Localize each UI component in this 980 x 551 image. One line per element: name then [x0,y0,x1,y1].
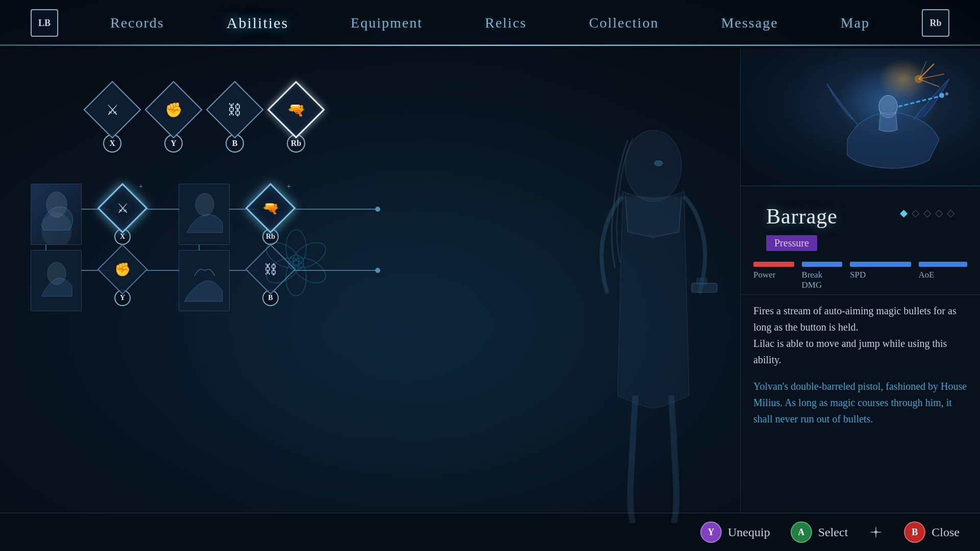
ability-name: Barrage [753,194,850,231]
star-4: ◇ [935,207,943,219]
spd-bar [850,262,911,267]
preview-image-area [741,48,980,186]
nav-line-active [0,45,980,46]
y-button: Y [700,521,722,543]
main-content: ⚔ X ✊ Y ⛓ B [0,48,980,551]
ability-icon-diamond: ✊ [144,81,202,138]
gun-icon: 🔫 [287,102,305,118]
close-label: Close [932,525,960,539]
ability-lore: Yolvan's double-barreled pistol, fashion… [741,375,980,435]
tag-area: Pressure [741,231,980,258]
ability-sword[interactable]: ⚔ X [92,89,133,153]
spd-label: SPD [850,270,911,290]
nav-item-map[interactable]: Map [830,10,880,36]
pressure-tag: Pressure [766,235,817,251]
ability-tree: ⚔ X ✊ Y ⛓ B [31,89,490,344]
svg-point-17 [375,268,380,273]
aoe-bar [919,262,967,267]
fleur-icon [868,524,884,540]
node-diamond-fist: ✊ [97,244,148,295]
a-button: A [791,521,812,543]
ability-gun[interactable]: 🔫 Rb [276,89,316,153]
grab-icon: ✊ [165,102,183,118]
svg-point-16 [375,207,380,212]
nav-item-collection[interactable]: Collection [579,10,669,36]
stats-bar-area: Power Break DMG SPD AoE [741,258,980,295]
stat-labels: Power Break DMG SPD AoE [753,270,967,290]
skill-node-fist-bottom[interactable]: ✊ Y [105,252,140,306]
portrait-bottom-left [31,250,82,311]
fist-node-icon: ✊ [114,262,131,278]
ability-icon-diamond: ⚔ [83,81,141,138]
rb-button[interactable]: Rb [922,9,949,37]
svg-rect-27 [179,251,230,311]
b-button: B [904,521,925,543]
nav-item-records[interactable]: Records [100,10,175,36]
aoe-label: AoE [919,270,967,290]
ability-grab[interactable]: ✊ Y [153,89,194,153]
gun-node-icon: 🔫 [262,201,279,216]
stars-rating: ◆ ◇ ◇ ◇ ◇ [887,207,967,219]
select-action[interactable]: A Select [791,521,848,543]
close-action[interactable]: B Close [904,521,960,543]
star-3: ◇ [923,207,931,219]
lb-button[interactable]: LB [31,9,58,37]
svg-rect-37 [697,278,707,284]
top-navigation: LB Records Abilities Equipment Relics Co… [0,0,980,46]
nav-item-equipment[interactable]: Equipment [340,10,433,36]
bottom-action-bar: Y Unequip A Select B Close [0,513,980,551]
svg-rect-36 [692,283,717,292]
character-figure [546,89,761,523]
connection-lines [31,176,439,355]
ability-icon-diamond-active: 🔫 [267,81,325,138]
skill-tree-area: + ⚔ X + 🔫 Rb ✊ Y [31,176,439,355]
select-label: Select [818,525,848,539]
skill-node-plus-icon-2: + [287,183,291,191]
star-2: ◇ [912,207,919,219]
star-1: ◆ [900,207,908,219]
sword-icon: ⚔ [106,102,119,118]
nav-item-message[interactable]: Message [711,10,789,36]
unequip-action[interactable]: Y Unequip [700,521,770,543]
nav-item-abilities[interactable]: Abilities [216,9,299,37]
ability-chain[interactable]: ⛓ B [214,89,255,153]
chain-icon: ⛓ [228,102,242,118]
skill-node-sword-top[interactable]: + ⚔ X [105,190,140,245]
portrait-bottom-right [179,250,230,311]
right-panel: Barrage ◆ ◇ ◇ ◇ ◇ Pressure P [740,48,980,551]
portrait-top-left [31,184,82,245]
ability-name-row: Barrage ◆ ◇ ◇ ◇ ◇ [741,186,980,231]
portrait-top-right [179,184,230,245]
svg-point-38 [654,161,663,166]
decorative-pattern [250,217,342,309]
sword-node-icon: ⚔ [117,201,129,216]
svg-point-26 [195,193,214,216]
combat-scene [741,48,980,186]
break-dmg-bar [802,262,843,267]
nav-item-relics[interactable]: Relics [475,10,537,36]
stat-bars [753,262,967,267]
ability-description: Fires a stream of auto-aiming magic bull… [741,295,980,375]
ability-icon-diamond: ⛓ [206,81,263,138]
break-dmg-label: Break DMG [802,270,843,290]
svg-point-34 [288,255,304,270]
star-5: ◇ [947,207,954,219]
spark-effects [888,59,949,99]
skill-node-plus-icon: + [139,183,143,191]
top-ability-row: ⚔ X ✊ Y ⛓ B [92,89,316,153]
svg-point-47 [874,531,877,534]
svg-point-46 [915,75,923,83]
unequip-label: Unequip [728,525,770,539]
svg-point-35 [625,130,681,202]
